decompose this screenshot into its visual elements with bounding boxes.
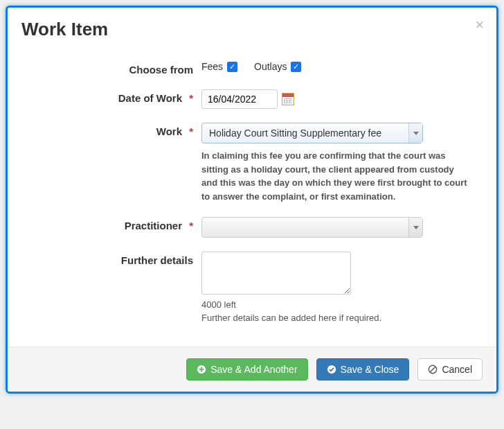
check-icon: ✓ (227, 62, 237, 72)
required-mark: * (189, 220, 193, 231)
practitioner-label: Practitioner * (21, 217, 201, 231)
modal-header: Work Item × (8, 8, 496, 46)
practitioner-control (201, 217, 478, 238)
required-mark: * (189, 92, 193, 104)
plus-circle-icon (197, 365, 206, 374)
row-choose-from: Choose from Fees ✓ Outlays ✓ (21, 61, 483, 76)
chevron-down-icon (408, 123, 422, 143)
label-text: Practitioner (125, 220, 182, 231)
date-of-work-label: Date of Work * (21, 89, 201, 104)
practitioner-select[interactable] (201, 217, 423, 238)
outlays-checkbox-wrap[interactable]: Outlays ✓ (254, 61, 301, 72)
save-close-button[interactable]: Save & Close (316, 358, 410, 380)
label-text: Work (156, 125, 182, 137)
button-label: Save & Add Another (210, 364, 297, 375)
required-mark: * (189, 125, 193, 137)
row-work: Work * Holiday Court Sitting Supplementa… (21, 123, 483, 203)
work-select[interactable]: Holiday Court Sitting Supplementary fee (201, 123, 423, 143)
row-further-details: Further details 4000 left Further detail… (21, 252, 483, 323)
outlays-label: Outlays (254, 61, 287, 72)
char-counter: 4000 left (201, 299, 478, 310)
row-practitioner: Practitioner * (21, 217, 483, 238)
further-details-textarea[interactable] (201, 252, 351, 295)
work-control: Holiday Court Sitting Supplementary fee … (201, 123, 478, 203)
calendar-icon[interactable] (282, 93, 294, 105)
modal-title: Work Item (21, 19, 483, 40)
svg-rect-2 (199, 369, 204, 370)
modal-body: Choose from Fees ✓ Outlays ✓ Date of Wor… (8, 46, 496, 347)
button-label: Save & Close (341, 364, 399, 375)
modal-footer: Save & Add Another Save & Close Cancel (8, 347, 496, 392)
close-icon[interactable]: × (475, 17, 484, 33)
choose-from-label: Choose from (21, 61, 201, 76)
button-label: Cancel (442, 364, 472, 375)
cancel-circle-icon (428, 365, 438, 374)
save-add-another-button[interactable]: Save & Add Another (186, 358, 307, 380)
svg-line-5 (431, 367, 435, 372)
choose-from-control: Fees ✓ Outlays ✓ (201, 61, 478, 72)
row-date-of-work: Date of Work * (21, 89, 483, 109)
fees-checkbox-wrap[interactable]: Fees ✓ (201, 61, 237, 72)
date-of-work-control (201, 89, 478, 109)
check-icon: ✓ (291, 62, 301, 72)
further-details-control: 4000 left Further details can be added h… (201, 252, 478, 323)
chevron-down-icon (408, 218, 422, 237)
work-label: Work * (21, 123, 201, 137)
work-select-text: Holiday Court Sitting Supplementary fee (202, 128, 408, 139)
work-item-modal: Work Item × Choose from Fees ✓ Outlays ✓… (6, 6, 498, 394)
label-text: Date of Work (118, 92, 182, 104)
work-hint: In claiming this fee you are confirming … (201, 149, 471, 203)
check-circle-icon (327, 365, 336, 374)
further-details-helper: Further details can be added here if req… (201, 313, 478, 323)
cancel-button[interactable]: Cancel (417, 358, 483, 380)
further-details-label: Further details (21, 252, 201, 266)
fees-label: Fees (201, 61, 223, 72)
date-of-work-input[interactable] (201, 89, 278, 109)
